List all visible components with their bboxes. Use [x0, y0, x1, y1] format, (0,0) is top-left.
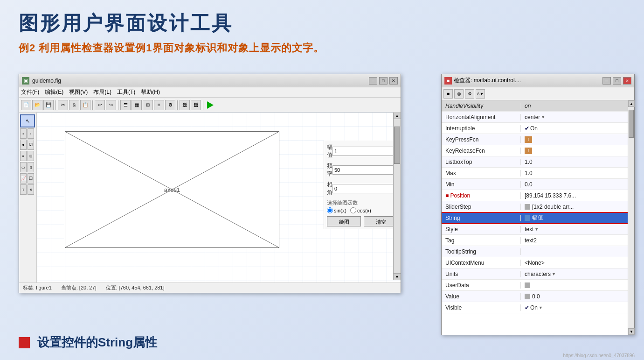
cos-radio[interactable]: [350, 207, 356, 213]
prop-value: Value 0.0 ✏: [442, 291, 634, 302]
prop-value-uicontextmenu: <None> ✏: [521, 260, 634, 266]
prop-name-sliderstep: SliderStep: [442, 204, 521, 210]
tool-4[interactable]: ☑: [28, 140, 34, 150]
tb-sep2: [92, 100, 93, 110]
menu-view[interactable]: 视图(V): [69, 88, 88, 96]
sin-radio[interactable]: [327, 207, 333, 213]
inspector-scroll-up[interactable]: ▲: [628, 100, 635, 107]
inspector-tb-1[interactable]: ■: [443, 89, 453, 99]
inspector-scroll-thumb[interactable]: [629, 110, 634, 138]
prop-value-tooltipstring: ✏: [521, 248, 634, 255]
prop-name-halign: HorizontalAlignment: [442, 114, 521, 120]
prop-value-tag: text2 ✏: [521, 237, 634, 244]
menu-layout[interactable]: 布局(L): [93, 88, 111, 96]
prop-visible: Visible ✔ On ▼: [442, 302, 634, 313]
tool-select[interactable]: ↖: [20, 114, 35, 127]
prop-name-value: Value: [442, 293, 521, 300]
prop-userdata: UserData ✏: [442, 280, 634, 291]
scroll-down-arrow[interactable]: ▼: [394, 273, 401, 280]
status-label: 标签: figure1: [23, 284, 52, 291]
tb-copy[interactable]: ⎘: [69, 100, 79, 110]
inspector-tb-3[interactable]: ⚙: [465, 89, 474, 99]
menu-tools[interactable]: 工具(T): [117, 88, 135, 96]
amplitude-input[interactable]: [332, 147, 401, 156]
tool-11[interactable]: T: [20, 184, 27, 195]
tb-img1[interactable]: 🖼: [180, 100, 190, 110]
inspector-toolbar: ■ ◎ ⚙ A▼: [442, 87, 634, 100]
check-icon-visible: ✔: [525, 304, 529, 311]
inspector-maximize[interactable]: □: [613, 77, 621, 85]
prop-name-min: Min: [442, 181, 521, 188]
inspector-tb-4[interactable]: A▼: [476, 89, 485, 99]
inspector-close[interactable]: ✕: [623, 77, 631, 85]
check-icon-interruptible: ✔: [525, 125, 529, 132]
cos-option[interactable]: cos(x): [350, 207, 371, 213]
amplitude-row: 幅值: [327, 143, 398, 159]
right-panel: 幅值 频率 相角 选择绘图函数 sin(x): [324, 141, 401, 229]
guide-body: ↖ ▪ ▫ ● ☑ ≡ ⊟ ▭ ▯ 📈 ☐ T ✕: [19, 113, 401, 293]
tool-1[interactable]: ▪: [20, 128, 27, 139]
close-button[interactable]: ✕: [389, 77, 398, 85]
tool-7[interactable]: ▭: [20, 162, 27, 172]
tb-save[interactable]: 💾: [43, 100, 54, 110]
canvas-area[interactable]: axes1 幅值 频率 相角 选择绘图函数: [37, 113, 401, 293]
inspector-minimize[interactable]: ─: [602, 77, 611, 85]
plot-button[interactable]: 绘图: [327, 216, 361, 226]
tb-cut[interactable]: ✂: [58, 100, 68, 110]
tool-8[interactable]: ▯: [28, 162, 34, 172]
prop-value-keyrelease: f ✏: [521, 148, 634, 154]
minimize-button[interactable]: ─: [369, 77, 377, 85]
guide-window-title: guidemo.fig: [32, 78, 61, 84]
tb-paste[interactable]: 📋: [80, 100, 90, 110]
prop-name-tag: Tag: [442, 237, 521, 244]
halign-dropdown[interactable]: ▼: [541, 115, 545, 120]
tb-menu[interactable]: ≡: [154, 100, 164, 110]
sin-option[interactable]: sin(x): [327, 207, 346, 213]
prop-value-units: characters ▼ ✏: [521, 271, 634, 277]
tool-10[interactable]: ☐: [28, 173, 34, 184]
phase-input[interactable]: [332, 184, 401, 193]
maximize-button[interactable]: □: [379, 77, 388, 85]
menu-help[interactable]: 帮助(H): [141, 88, 160, 96]
prop-position: ■ Position [89.154 15.333 7.6... ✏: [442, 190, 634, 201]
menu-file[interactable]: 文件(F): [21, 88, 39, 96]
main-title: 图形用户界面设计工具: [19, 10, 233, 36]
tool-9[interactable]: 📈: [20, 173, 27, 184]
tb-align[interactable]: ☰: [120, 100, 131, 110]
inspector-scrollbar[interactable]: ▲ ▼: [628, 100, 634, 335]
tb-open[interactable]: 📂: [32, 100, 42, 110]
style-dropdown[interactable]: ▼: [534, 227, 539, 232]
prop-sliderstep: SliderStep [1x2 double arr... ✏: [442, 201, 634, 212]
tb-prop[interactable]: ⚙: [165, 100, 175, 110]
prop-value-halign: center ▼ ✏: [521, 114, 634, 120]
tb-tab[interactable]: ⊞: [143, 100, 153, 110]
action-buttons: 绘图 清空: [327, 216, 398, 226]
units-dropdown[interactable]: ▼: [552, 272, 556, 276]
scroll-thumb-v[interactable]: [394, 127, 400, 164]
tb-play[interactable]: [205, 100, 215, 110]
tb-img2[interactable]: 🖼: [191, 100, 201, 110]
scroll-up-arrow[interactable]: ▲: [394, 113, 401, 119]
inspector-scroll-down[interactable]: ▼: [628, 328, 635, 335]
tb-redo[interactable]: ↪: [106, 100, 116, 110]
tb-group[interactable]: ▦: [132, 100, 142, 110]
amplitude-label: 幅值: [327, 143, 332, 159]
vertical-scrollbar[interactable]: ▲ ▼: [393, 113, 401, 280]
function-group: 选择绘图函数 sin(x) cos(x): [327, 199, 398, 213]
function-group-label: 选择绘图函数: [327, 199, 398, 206]
frequency-input[interactable]: [332, 165, 401, 175]
tb-new[interactable]: 📄: [21, 100, 31, 110]
tb-undo[interactable]: ↩: [95, 100, 105, 110]
prop-string[interactable]: String 幅值 ✏: [442, 212, 634, 224]
guide-window-icon: ▣: [22, 77, 29, 85]
menu-edit[interactable]: 编辑(E): [45, 88, 63, 96]
prop-name-keypress: KeyPressFcn: [442, 136, 521, 143]
inspector-tb-2[interactable]: ◎: [454, 89, 464, 99]
tool-5[interactable]: ≡: [20, 151, 27, 161]
tool-6[interactable]: ⊟: [28, 151, 34, 161]
tool-12[interactable]: ✕: [28, 184, 34, 195]
sin-label: sin(x): [334, 208, 346, 213]
visible-dropdown[interactable]: ▼: [539, 305, 543, 310]
tool-2[interactable]: ▫: [28, 128, 34, 139]
tool-3[interactable]: ●: [20, 140, 27, 150]
